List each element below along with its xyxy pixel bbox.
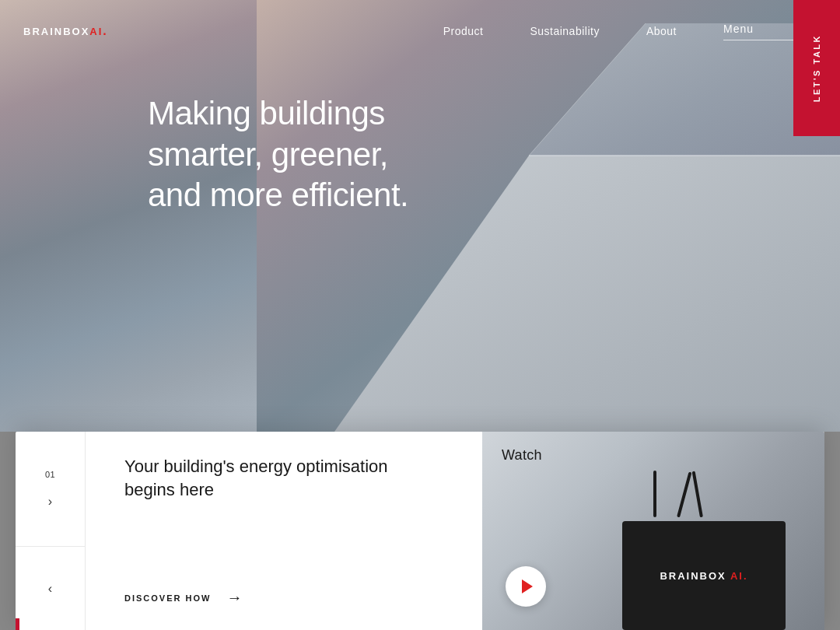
- hero-line-3: and more efficient.: [148, 177, 408, 213]
- content-panel: 01 › ‹ Your building's energy optimisati…: [16, 432, 824, 630]
- logo-dot: .: [103, 24, 107, 37]
- device-logo: BRAINBOX AI.: [660, 569, 747, 583]
- hero-line-1: Making buildings: [148, 95, 385, 131]
- menu-label: Menu: [723, 23, 754, 35]
- discover-label: DISCOVER HOW: [124, 593, 211, 603]
- hero-line-2: smarter, greener,: [148, 136, 388, 173]
- antenna-3: [692, 471, 703, 518]
- panel-title: Your building's energy optimisation begi…: [124, 455, 436, 501]
- slide-number: 01: [45, 470, 55, 479]
- panel-navigation: 01 › ‹: [16, 432, 86, 630]
- hero-background: [0, 0, 840, 432]
- antenna-1: [653, 471, 656, 517]
- video-label: Watch: [502, 447, 542, 464]
- discover-arrow-icon: →: [226, 589, 242, 607]
- nav-link-sustainability[interactable]: Sustainability: [530, 25, 600, 37]
- play-button[interactable]: [506, 566, 546, 607]
- prev-slide-button[interactable]: ‹: [48, 582, 52, 596]
- lets-talk-button[interactable]: LET'S TALK: [793, 0, 840, 136]
- nav-link-about[interactable]: About: [646, 25, 677, 37]
- nav-links: Product Sustainability About: [443, 25, 677, 37]
- panel-main-content: Your building's energy optimisation begi…: [86, 432, 482, 630]
- panel-video: Watch BRAINBOX AI.: [482, 432, 824, 630]
- panel-nav-top: 01 ›: [16, 432, 85, 547]
- next-slide-button[interactable]: ›: [48, 495, 52, 509]
- building-illustration: [257, 0, 840, 432]
- panel-nav-bottom: ‹: [16, 547, 85, 630]
- device-prefix: BRAINBOX: [660, 570, 726, 582]
- logo[interactable]: BRAINBOXAI.: [23, 24, 108, 38]
- antenna-2: [677, 472, 691, 518]
- device-suffix: AI: [730, 570, 744, 582]
- logo-prefix: BRAINBOX: [23, 26, 89, 37]
- logo-suffix: AI: [89, 26, 103, 37]
- logo-text: BRAINBOXAI.: [23, 24, 108, 38]
- red-accent: [16, 618, 19, 630]
- device-illustration: BRAINBOX AI.: [607, 474, 801, 630]
- play-icon: [522, 579, 533, 593]
- hero-headline: Making buildings smarter, greener, and m…: [148, 93, 408, 216]
- discover-link[interactable]: DISCOVER HOW →: [124, 589, 443, 607]
- nav-link-product[interactable]: Product: [443, 25, 484, 37]
- navbar: BRAINBOXAI. Product Sustainability About…: [0, 0, 840, 62]
- lets-talk-label: LET'S TALK: [812, 34, 821, 102]
- device-logo-text: BRAINBOX AI.: [660, 570, 747, 582]
- hero-text-block: Making buildings smarter, greener, and m…: [148, 93, 408, 216]
- device-body: BRAINBOX AI.: [622, 521, 786, 630]
